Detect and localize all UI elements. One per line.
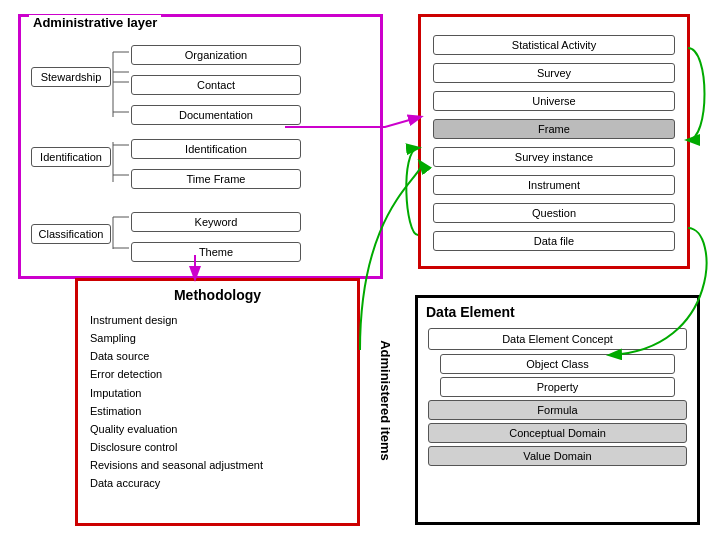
survey-item: Survey (433, 63, 675, 83)
list-item: Sampling (90, 329, 345, 347)
admin-layer-title: Administrative layer (29, 15, 161, 30)
documentation-item: Documentation (131, 105, 301, 125)
methodology-title: Methodology (78, 281, 357, 303)
organization-item: Organization (131, 45, 301, 65)
survey-instance-item: Survey instance (433, 147, 675, 167)
administered-items-container: Administered items (345, 335, 425, 465)
data-element-box: Data Element Data Element Concept Object… (415, 295, 700, 525)
list-item: Error detection (90, 365, 345, 383)
property-item: Property (440, 377, 675, 397)
stewardship-label: Stewardship (31, 67, 111, 87)
data-element-concept: Data Element Concept (428, 328, 687, 350)
list-item: Quality evaluation (90, 420, 345, 438)
question-item: Question (433, 203, 675, 223)
classification-label: Classification (31, 224, 111, 244)
list-item: Instrument design (90, 311, 345, 329)
instrument-item: Instrument (433, 175, 675, 195)
theme-item: Theme (131, 242, 301, 262)
methodology-list: Instrument design Sampling Data source E… (78, 311, 357, 492)
list-item: Disclosure control (90, 438, 345, 456)
formula-item: Formula (428, 400, 687, 420)
data-element-title: Data Element (418, 298, 697, 324)
survey-box: Statistical Activity Survey Universe Fra… (418, 14, 690, 269)
timeframe-item: Time Frame (131, 169, 301, 189)
conceptual-domain-item: Conceptual Domain (428, 423, 687, 443)
universe-item: Universe (433, 91, 675, 111)
value-domain-item: Value Domain (428, 446, 687, 466)
object-class-item: Object Class (440, 354, 675, 374)
methodology-box: Methodology Instrument design Sampling D… (75, 278, 360, 526)
list-item: Imputation (90, 384, 345, 402)
identification-item: Identification (131, 139, 301, 159)
administered-items-label: Administered items (378, 340, 393, 461)
data-file-item: Data file (433, 231, 675, 251)
list-item: Estimation (90, 402, 345, 420)
list-item: Revisions and seasonal adjustment (90, 456, 345, 474)
list-item: Data accuracy (90, 474, 345, 492)
admin-layer-box: Administrative layer Stewardship Identif… (18, 14, 383, 279)
contact-item: Contact (131, 75, 301, 95)
statistical-activity-item: Statistical Activity (433, 35, 675, 55)
list-item: Data source (90, 347, 345, 365)
identification-label: Identification (31, 147, 111, 167)
keyword-item: Keyword (131, 212, 301, 232)
frame-item: Frame (433, 119, 675, 139)
